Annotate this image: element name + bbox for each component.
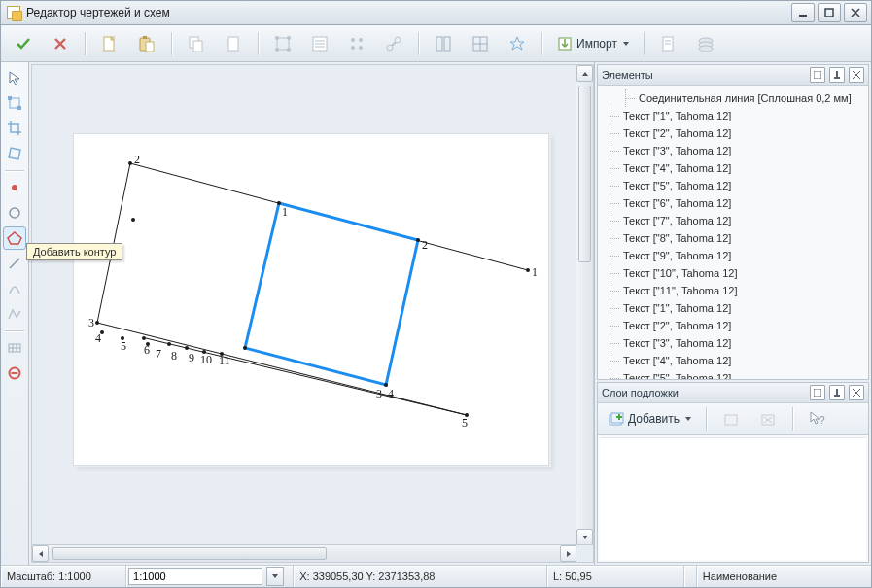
tree-item[interactable]: Текст ["1", Tahoma 12] — [598, 299, 868, 317]
tree-item[interactable]: Текст ["5", Tahoma 12] — [598, 369, 868, 379]
node-edit-tool[interactable] — [3, 91, 26, 115]
tree-item[interactable]: Текст ["7", Tahoma 12] — [598, 212, 868, 229]
svg-text:4: 4 — [388, 387, 394, 400]
scale-dropdown-button[interactable] — [266, 567, 284, 586]
tree-item[interactable]: Текст ["9", Tahoma 12] — [598, 247, 868, 264]
panel-close-button[interactable] — [849, 67, 864, 83]
crop-rotate-tool[interactable] — [3, 142, 26, 165]
cancel-button[interactable] — [44, 31, 77, 56]
scroll-track[interactable] — [49, 545, 560, 562]
layer-help-button[interactable]: ? — [801, 406, 834, 432]
canvas-scrollbar-horizontal[interactable] — [32, 544, 576, 562]
panel-dock-button[interactable] — [810, 385, 825, 400]
scroll-left-button[interactable] — [32, 545, 49, 562]
canvas-viewport[interactable]: 1 2 3 4 5 1 2 3 4 5 6 7 8 — [31, 64, 594, 563]
panel-close-button[interactable] — [849, 385, 864, 400]
svg-point-18 — [287, 48, 291, 52]
tree-item-label: Текст ["1", Tahoma 12] — [623, 302, 731, 314]
tree-item-label: Текст ["3", Tahoma 12] — [623, 337, 731, 349]
panel-pin-button[interactable] — [829, 67, 845, 83]
layer-delete-button[interactable] — [751, 406, 785, 432]
tree-item[interactable]: Текст ["2", Tahoma 12] — [598, 124, 868, 142]
app-icon — [7, 6, 20, 19]
layers-button[interactable] — [689, 31, 722, 56]
table-insert-tool[interactable] — [3, 336, 26, 360]
page-setup-button[interactable] — [652, 31, 685, 56]
tree-item-label: Текст ["4", Tahoma 12] — [623, 162, 731, 174]
nodes-button[interactable] — [340, 31, 373, 56]
tree-item[interactable]: Текст ["10", Tahoma 12] — [598, 264, 868, 282]
scroll-right-button[interactable] — [560, 545, 576, 562]
layer-edit-button[interactable] — [715, 406, 748, 432]
delete-tool[interactable] — [3, 362, 26, 385]
line-tool[interactable] — [3, 252, 26, 275]
list-button[interactable] — [303, 31, 336, 56]
tree-item[interactable]: Текст ["6", Tahoma 12] — [598, 194, 868, 212]
apply-button[interactable] — [7, 31, 40, 56]
svg-text:4: 4 — [95, 331, 101, 345]
chevron-down-icon — [623, 42, 629, 46]
tree-item[interactable]: Текст ["3", Tahoma 12] — [598, 334, 868, 352]
tree-item[interactable]: Текст ["8", Tahoma 12] — [598, 229, 868, 247]
tree-item[interactable]: Текст ["5", Tahoma 12] — [598, 177, 868, 194]
grid-button[interactable] — [464, 31, 497, 56]
panel-dock-button[interactable] — [810, 67, 825, 83]
snap-button[interactable] — [501, 31, 534, 56]
tree-item[interactable]: Текст ["11", Tahoma 12] — [598, 282, 868, 299]
elements-panel-header[interactable]: Элементы — [598, 65, 868, 86]
crop-tool[interactable] — [3, 117, 26, 140]
svg-rect-30 — [436, 37, 442, 51]
link-button[interactable] — [377, 31, 410, 56]
separator — [644, 32, 645, 55]
elements-panel: Элементы Соединительная линия [Сплошная … — [597, 64, 869, 380]
inner-contour — [245, 203, 418, 385]
scroll-thumb[interactable] — [578, 86, 591, 262]
columns-button[interactable] — [427, 31, 460, 56]
tree-item[interactable]: Текст ["1", Tahoma 12] — [598, 107, 868, 124]
layer-add-button[interactable]: Добавить — [602, 406, 698, 432]
copy-button[interactable] — [180, 31, 213, 56]
paste-button[interactable] — [130, 31, 163, 56]
import-label: Импорт — [576, 37, 617, 51]
panel-pin-button[interactable] — [829, 385, 845, 400]
circle-tool[interactable] — [3, 201, 26, 225]
minimize-button[interactable] — [791, 3, 815, 22]
link-icon — [385, 35, 402, 52]
elements-tree[interactable]: Соединительная линия [Сплошная 0,2 мм]Те… — [598, 86, 868, 379]
new-doc-button[interactable] — [93, 31, 126, 56]
close-button[interactable] — [844, 3, 867, 22]
svg-rect-31 — [444, 37, 450, 51]
tree-item[interactable]: Текст ["2", Tahoma 12] — [598, 317, 868, 334]
doc-button[interactable] — [217, 31, 250, 56]
arc-tool[interactable] — [3, 277, 26, 300]
layers-panel-header[interactable]: Слои подложки — [598, 383, 868, 403]
import-button[interactable]: Импорт — [550, 31, 636, 56]
svg-text:5: 5 — [121, 339, 126, 353]
scroll-thumb[interactable] — [52, 547, 327, 560]
node-edit-icon — [8, 96, 21, 110]
point-tool[interactable] — [3, 176, 26, 199]
chevron-down-icon — [582, 536, 588, 539]
svg-text:5: 5 — [462, 416, 468, 430]
svg-text:9: 9 — [189, 351, 194, 364]
polyline-tool[interactable] — [3, 302, 26, 326]
transform-button[interactable] — [266, 31, 299, 56]
layers-panel: Слои подложки Добавить — [597, 382, 869, 563]
contour-icon — [7, 231, 22, 245]
maximize-button[interactable] — [818, 3, 841, 22]
scroll-track[interactable] — [576, 82, 593, 529]
contour-tool[interactable] — [3, 226, 26, 250]
scale-input[interactable] — [128, 568, 262, 585]
tree-item[interactable]: Соединительная линия [Сплошная 0,2 мм] — [598, 89, 868, 107]
canvas-scrollbar-vertical[interactable] — [576, 65, 593, 545]
scroll-down-button[interactable] — [576, 529, 593, 545]
tree-item[interactable]: Текст ["4", Tahoma 12] — [598, 352, 868, 369]
status-scale-combo[interactable] — [126, 566, 294, 587]
svg-point-43 — [699, 46, 713, 52]
layers-list[interactable] — [600, 437, 866, 560]
tree-item[interactable]: Текст ["3", Tahoma 12] — [598, 142, 868, 159]
tree-item-label: Текст ["8", Tahoma 12] — [623, 232, 731, 244]
tree-item[interactable]: Текст ["4", Tahoma 12] — [598, 159, 868, 177]
scroll-up-button[interactable] — [576, 65, 593, 82]
select-tool[interactable] — [3, 66, 26, 89]
